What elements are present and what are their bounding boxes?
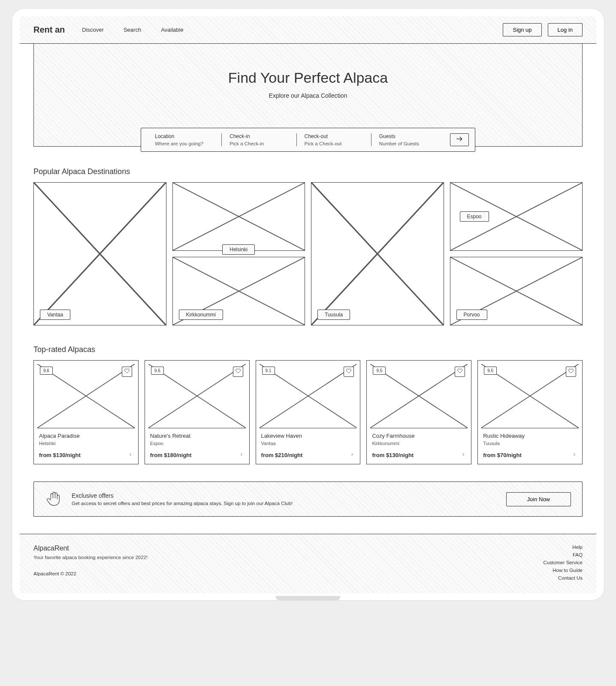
destination-card-vantaa[interactable]: Vantaa bbox=[33, 182, 166, 325]
card-title: Cozy Farmhouse bbox=[372, 433, 466, 439]
search-location[interactable]: Location Where are you going? bbox=[147, 133, 221, 146]
rating-badge: 9.1 bbox=[262, 367, 275, 375]
toprated-section: Top-rated Alpacas 9.6 Alpaca Paradise He… bbox=[20, 330, 596, 469]
card-price: from $210/night bbox=[261, 452, 303, 458]
chevron-right-icon bbox=[461, 451, 466, 459]
card-image: 9.6 bbox=[37, 364, 135, 428]
heart-icon bbox=[457, 368, 463, 376]
nav-available[interactable]: Available bbox=[161, 27, 184, 33]
promo-desc: Get access to secret offers and best pri… bbox=[72, 501, 293, 506]
footer-tagline: Your favorite alpaca booking experience … bbox=[33, 555, 148, 560]
card-title: Nature's Retreat bbox=[150, 433, 244, 439]
card-title: Rustic Hideaway bbox=[483, 433, 577, 439]
search-guests-label: Guests bbox=[379, 133, 438, 139]
rating-badge: 9.6 bbox=[40, 367, 53, 375]
search-bar: Location Where are you going? Check-in P… bbox=[141, 128, 475, 152]
search-checkin-label: Check-in bbox=[229, 133, 288, 139]
search-submit-button[interactable] bbox=[450, 133, 469, 146]
destination-label: Tuusula bbox=[317, 310, 350, 320]
search-guests-placeholder: Number of Guests bbox=[379, 141, 438, 146]
rating-badge: 9.5 bbox=[373, 367, 386, 375]
destination-label: Kirkkonummi bbox=[179, 310, 223, 320]
destinations-section: Popular Alpaca Destinations Vantaa Helsi… bbox=[20, 152, 596, 330]
search-checkin-placeholder: Pick a Check-in bbox=[229, 141, 288, 146]
heart-icon bbox=[235, 368, 241, 376]
nav-links: Discover Search Available bbox=[82, 27, 183, 33]
top-nav: Rent an Discover Search Available Sign u… bbox=[20, 16, 596, 44]
favorite-button[interactable] bbox=[122, 367, 132, 377]
card-price: from $130/night bbox=[39, 452, 81, 458]
signup-button[interactable]: Sign up bbox=[503, 23, 541, 36]
footer-link-service[interactable]: Customer Service bbox=[544, 560, 583, 565]
search-guests[interactable]: Guests Number of Guests bbox=[371, 133, 446, 146]
chevron-right-icon bbox=[239, 451, 244, 459]
footer-links: Help FAQ Customer Service How to Guide C… bbox=[544, 545, 583, 581]
alpaca-card[interactable]: 9.1 Lakeview Haven Vantaa from $210/nigh… bbox=[256, 360, 361, 464]
search-location-label: Location bbox=[155, 133, 214, 139]
destinations-heading: Popular Alpaca Destinations bbox=[33, 167, 583, 176]
destination-card-tuusula[interactable]: Tuusula bbox=[311, 182, 444, 325]
login-button[interactable]: Log in bbox=[548, 23, 583, 36]
card-location: Espoo bbox=[150, 441, 244, 446]
footer-link-contact[interactable]: Contact Us bbox=[544, 575, 583, 581]
footer-link-help[interactable]: Help bbox=[544, 545, 583, 550]
favorite-button[interactable] bbox=[233, 367, 243, 377]
chevron-right-icon bbox=[128, 451, 133, 459]
arrow-right-icon bbox=[455, 135, 464, 145]
favorite-button[interactable] bbox=[344, 367, 354, 377]
card-image: 9.1 bbox=[260, 364, 357, 428]
card-image: 9.6 bbox=[148, 364, 246, 428]
heart-icon bbox=[568, 368, 574, 376]
destination-label: Helsinki bbox=[222, 244, 255, 255]
destination-card-espoo[interactable]: Espoo bbox=[450, 182, 583, 251]
card-price: from $130/night bbox=[372, 452, 414, 458]
destination-label: Vantaa bbox=[40, 310, 70, 320]
card-price: from $180/night bbox=[150, 452, 192, 458]
favorite-button[interactable] bbox=[566, 367, 576, 377]
promo-banner: Exclusive offers Get access to secret of… bbox=[33, 481, 583, 517]
search-location-placeholder: Where are you going? bbox=[155, 141, 214, 146]
alpaca-card[interactable]: 9.5 Rustic Hideaway Tuusula from $70/nig… bbox=[477, 360, 583, 464]
alpaca-card[interactable]: 9.6 Nature's Retreat Espoo from $180/nig… bbox=[145, 360, 250, 464]
footer-link-faq[interactable]: FAQ bbox=[544, 552, 583, 557]
card-location: Vantaa bbox=[261, 441, 355, 446]
destination-card-kirkkonummi[interactable]: Kirkkonummi bbox=[172, 257, 305, 325]
card-price: from $70/night bbox=[483, 452, 522, 458]
toprated-heading: Top-rated Alpacas bbox=[33, 345, 583, 354]
hero-subtitle: Explore our Alpaca Collection bbox=[42, 92, 574, 99]
card-location: Helsinki bbox=[39, 441, 133, 446]
alpaca-card[interactable]: 9.6 Alpaca Paradise Helsinki from $130/n… bbox=[33, 360, 139, 464]
brand-logo[interactable]: Rent an bbox=[33, 25, 65, 35]
image-placeholder-icon bbox=[311, 183, 444, 325]
image-placeholder-icon bbox=[34, 183, 166, 325]
nav-search[interactable]: Search bbox=[124, 27, 141, 33]
card-image: 9.5 bbox=[370, 364, 468, 428]
search-checkin[interactable]: Check-in Pick a Check-in bbox=[221, 133, 296, 146]
rating-badge: 9.6 bbox=[151, 367, 164, 375]
footer: AlpacaRent Your favorite alpaca booking … bbox=[20, 534, 596, 593]
destination-card-porvoo[interactable]: Porvoo bbox=[450, 257, 583, 325]
chevron-right-icon bbox=[572, 451, 577, 459]
card-location: Tuusula bbox=[483, 441, 577, 446]
footer-copyright: AlpacaRent © 2022 bbox=[33, 571, 148, 576]
image-placeholder-icon bbox=[173, 183, 305, 250]
favorite-button[interactable] bbox=[455, 367, 465, 377]
join-now-button[interactable]: Join Now bbox=[506, 492, 571, 506]
search-checkout-label: Check-out bbox=[305, 133, 363, 139]
search-checkout[interactable]: Check-out Pick a Check-out bbox=[296, 133, 371, 146]
heart-icon bbox=[124, 368, 130, 376]
promo-title: Exclusive offers bbox=[72, 492, 293, 499]
card-image: 9.5 bbox=[481, 364, 579, 428]
card-title: Alpaca Paradise bbox=[39, 433, 133, 439]
nav-discover[interactable]: Discover bbox=[82, 27, 104, 33]
card-title: Lakeview Haven bbox=[261, 433, 355, 439]
destination-card-helsinki[interactable]: Helsinki bbox=[172, 182, 305, 251]
alpaca-card[interactable]: 9.5 Cozy Farmhouse Kirkkonummi from $130… bbox=[366, 360, 471, 464]
card-location: Kirkkonummi bbox=[372, 441, 466, 446]
search-checkout-placeholder: Pick a Check-out bbox=[305, 141, 363, 146]
footer-brand: AlpacaRent bbox=[33, 545, 148, 552]
chevron-right-icon bbox=[350, 451, 355, 459]
destination-label: Porvoo bbox=[456, 310, 487, 320]
heart-icon bbox=[346, 368, 352, 376]
footer-link-howto[interactable]: How to Guide bbox=[544, 568, 583, 573]
